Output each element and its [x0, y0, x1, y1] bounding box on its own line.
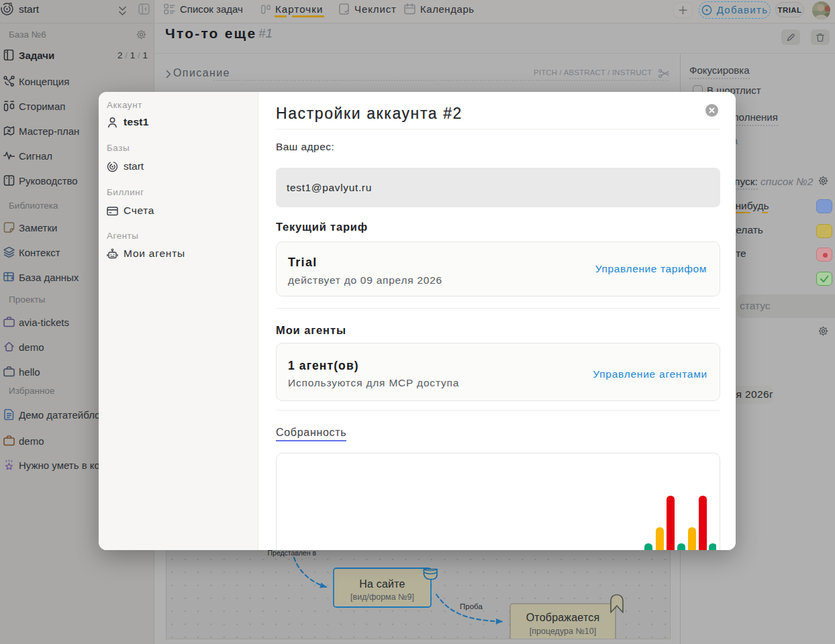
svg-text:Отображается: Отображается [526, 612, 600, 623]
svg-text:На сайте: На сайте [359, 578, 405, 590]
svg-text:Проба: Проба [460, 602, 483, 610]
svg-text:[вид/форма №9]: [вид/форма №9] [350, 592, 414, 602]
svg-text:[процедура №10]: [процедура №10] [530, 627, 596, 636]
